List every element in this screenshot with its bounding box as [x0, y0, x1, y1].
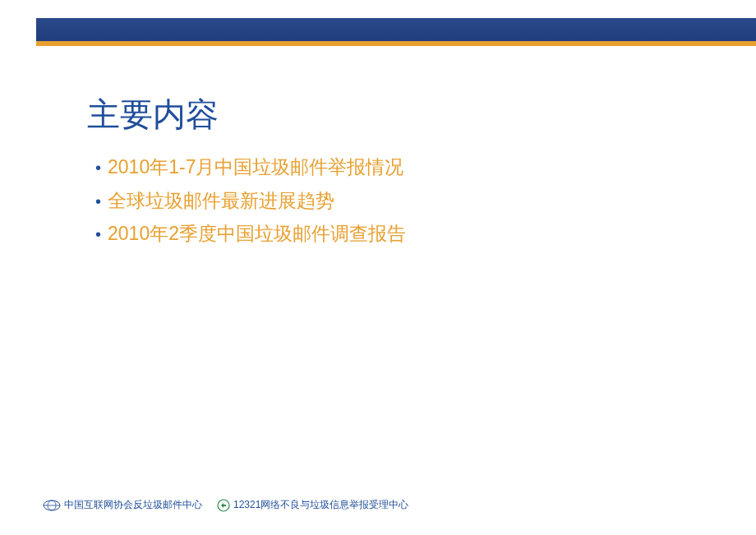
arrow-logo-icon — [217, 499, 230, 512]
bullet-item: • 2010年1-7月中国垃圾邮件举报情况 — [95, 153, 406, 182]
footer-org-1: 中国互联网协会反垃圾邮件中心 — [43, 498, 202, 512]
bullet-marker-icon: • — [95, 155, 101, 180]
footer-org-2-label: 12321网络不良与垃圾信息举报受理中心 — [233, 498, 408, 512]
footer-org-2: 12321网络不良与垃圾信息举报受理中心 — [217, 498, 408, 512]
bullet-list: • 2010年1-7月中国垃圾邮件举报情况 • 全球垃圾邮件最新进展趋势 • 2… — [95, 153, 406, 253]
header-accent-bar — [36, 41, 756, 46]
bullet-text: 全球垃圾邮件最新进展趋势 — [108, 187, 334, 215]
bullet-marker-icon: • — [95, 189, 101, 214]
globe-logo-icon — [43, 500, 61, 511]
footer-org-1-label: 中国互联网协会反垃圾邮件中心 — [64, 498, 202, 512]
bullet-item: • 2010年2季度中国垃圾邮件调查报告 — [95, 219, 406, 248]
bullet-item: • 全球垃圾邮件最新进展趋势 — [95, 187, 406, 215]
slide-title: 主要内容 — [87, 92, 219, 137]
bullet-text: 2010年2季度中国垃圾邮件调查报告 — [108, 219, 406, 248]
bullet-marker-icon: • — [95, 222, 101, 247]
footer: 中国互联网协会反垃圾邮件中心 12321网络不良与垃圾信息举报受理中心 — [43, 498, 417, 512]
bullet-text: 2010年1-7月中国垃圾邮件举报情况 — [108, 153, 403, 182]
